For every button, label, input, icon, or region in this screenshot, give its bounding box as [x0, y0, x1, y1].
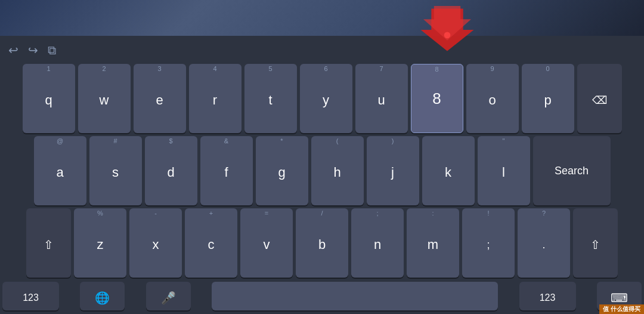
- key-row-bottom: 123 🌐 🎤 123 ⌨: [2, 281, 642, 312]
- undo-button[interactable]: ↩: [8, 43, 18, 57]
- key-row-2: @ a # s $ d & f * g ( h ) j k: [2, 136, 642, 205]
- key-x[interactable]: - x: [129, 208, 182, 278]
- key-space[interactable]: [212, 282, 498, 310]
- key-k[interactable]: k: [422, 136, 475, 205]
- key-o[interactable]: 9 o: [466, 64, 519, 133]
- key-z[interactable]: % z: [74, 208, 126, 278]
- key-p[interactable]: 0 p: [522, 64, 574, 133]
- key-shift-left[interactable]: ⇧: [26, 208, 71, 278]
- toolbar-row: ↩ ↪ ⧉: [2, 39, 642, 61]
- key-r[interactable]: 4 r: [189, 64, 242, 133]
- key-n[interactable]: ; n: [351, 208, 404, 278]
- key-d[interactable]: $ d: [145, 136, 197, 205]
- key-shift-right[interactable]: ⇧: [573, 208, 618, 278]
- key-globe[interactable]: 🌐: [80, 282, 125, 310]
- key-u[interactable]: 7 u: [355, 64, 408, 133]
- redo-button[interactable]: ↪: [28, 43, 38, 57]
- key-row-3: ⇧ % z - x + c = v / b ; n : m: [2, 208, 642, 278]
- key-8[interactable]: 8 8: [411, 64, 463, 133]
- key-w[interactable]: 2 w: [78, 64, 131, 133]
- key-numbers[interactable]: 123: [2, 282, 59, 310]
- key-semicolon[interactable]: ! ;: [462, 208, 515, 278]
- key-m[interactable]: : m: [407, 208, 459, 278]
- key-numbers-right[interactable]: 123: [519, 282, 576, 310]
- key-h[interactable]: ( h: [311, 136, 364, 205]
- key-l[interactable]: " l: [478, 136, 530, 205]
- red-arrow-annotation: [417, 6, 477, 54]
- key-b[interactable]: / b: [296, 208, 348, 278]
- key-j[interactable]: ) j: [367, 136, 419, 205]
- key-a[interactable]: @ a: [34, 136, 86, 205]
- key-y[interactable]: 6 y: [300, 64, 352, 133]
- key-f[interactable]: & f: [200, 136, 253, 205]
- watermark: 值 什么值得买: [599, 304, 644, 314]
- key-v[interactable]: = v: [240, 208, 293, 278]
- key-mic[interactable]: 🎤: [146, 282, 191, 310]
- key-s[interactable]: # s: [89, 136, 142, 205]
- key-c[interactable]: + c: [185, 208, 237, 278]
- key-row-1: 1 q 2 w 3 e 4 r 5 t 6 y 7 u 8 8: [2, 64, 642, 133]
- key-q[interactable]: 1 q: [23, 64, 75, 133]
- keyboard: ↩ ↪ ⧉ 1 q 2 w 3 e 4 r 5 t 6 y 7 u: [0, 36, 644, 314]
- svg-point-2: [444, 32, 451, 39]
- key-e[interactable]: 3 e: [134, 64, 186, 133]
- key-backspace[interactable]: ⌫: [577, 64, 622, 133]
- search-button[interactable]: Search: [533, 136, 611, 205]
- copy-button[interactable]: ⧉: [48, 44, 56, 57]
- key-g[interactable]: * g: [256, 136, 308, 205]
- key-t[interactable]: 5 t: [244, 64, 297, 133]
- key-period[interactable]: ? .: [518, 208, 570, 278]
